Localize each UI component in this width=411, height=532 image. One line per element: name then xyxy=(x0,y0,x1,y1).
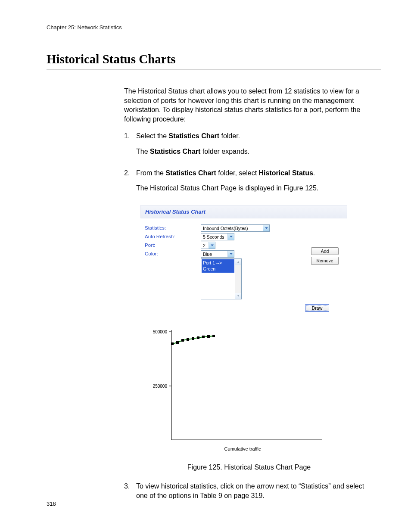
step-1: 1. Select the Statistics Chart folder. T… xyxy=(124,131,374,162)
chapter-header: Chapter 25: Network Statistics xyxy=(47,24,381,31)
step-3: 3. To view historical statistics, click … xyxy=(124,482,374,506)
intro-paragraph: The Historical Status chart allows you t… xyxy=(124,87,374,124)
label-statistics: Statistics: xyxy=(145,224,201,232)
color-select[interactable]: Blue xyxy=(201,250,234,258)
remove-button[interactable]: Remove xyxy=(311,257,339,264)
svg-rect-10 xyxy=(202,336,205,338)
svg-rect-12 xyxy=(212,335,215,337)
panel-title: Historical Status Chart xyxy=(145,208,206,215)
chevron-down-icon xyxy=(209,242,215,249)
statistics-select[interactable]: Inbound Octets(Bytes) xyxy=(201,224,270,232)
svg-rect-7 xyxy=(187,338,189,341)
ytick-500000: 500000 xyxy=(153,330,168,334)
port-color-listbox[interactable]: Port 1 --> Green ▴ ▾ xyxy=(201,258,242,299)
step-1-line-1: Select the Statistics Chart folder. xyxy=(136,131,374,141)
chevron-down-icon xyxy=(227,233,234,240)
scroll-down-icon[interactable]: ▾ xyxy=(235,293,241,299)
page-number: 318 xyxy=(47,501,56,507)
auto-refresh-select[interactable]: 5 Seconds xyxy=(201,233,234,240)
section-title: Historical Status Charts xyxy=(47,52,381,66)
step-3-text: To view historical statistics, click on … xyxy=(136,482,374,500)
add-button[interactable]: Add xyxy=(311,247,339,255)
label-port: Port: xyxy=(145,242,201,249)
chart-svg: 500000 250000 xyxy=(141,326,327,444)
step-number: 1. xyxy=(124,131,136,162)
statistics-value: Inbound Octets(Bytes) xyxy=(203,225,250,231)
chevron-down-icon xyxy=(263,225,269,231)
svg-rect-5 xyxy=(176,341,179,344)
listbox-item-selected[interactable]: Port 1 --> Green xyxy=(202,259,234,272)
step-2: 2. From the Statistics Chart folder, sel… xyxy=(124,168,374,199)
svg-rect-8 xyxy=(192,337,194,340)
draw-button[interactable]: Draw xyxy=(305,304,329,312)
svg-rect-4 xyxy=(171,342,174,345)
svg-rect-9 xyxy=(197,336,199,339)
svg-rect-11 xyxy=(207,335,210,338)
historical-status-chart: 500000 250000 xyxy=(141,326,327,452)
figure-caption: Figure 125. Historical Status Chart Page xyxy=(124,463,374,472)
historical-status-panel: Historical Status Chart Statistics: Inbo… xyxy=(140,205,347,317)
auto-refresh-value: 5 Seconds xyxy=(203,234,227,240)
svg-rect-6 xyxy=(181,339,184,342)
label-color: Color: xyxy=(145,250,201,258)
step-number: 3. xyxy=(124,482,136,506)
step-number: 2. xyxy=(124,168,136,199)
scroll-up-icon[interactable]: ▴ xyxy=(235,259,241,265)
chevron-down-icon xyxy=(227,251,234,257)
step-2-line-1: From the Statistics Chart folder, select… xyxy=(136,168,374,178)
step-2-line-2: The Historical Status Chart Page is disp… xyxy=(136,184,374,193)
chart-series-markers xyxy=(171,335,215,345)
ytick-250000: 250000 xyxy=(153,384,168,389)
port-select[interactable]: 2 xyxy=(201,242,215,249)
color-value: Blue xyxy=(203,251,215,257)
label-auto-refresh: Auto Refresh: xyxy=(145,233,201,240)
panel-header: Historical Status Chart xyxy=(140,205,347,219)
chart-xlabel: Cumulative traffic xyxy=(141,446,327,452)
listbox-scrollbar[interactable]: ▴ ▾ xyxy=(235,259,241,299)
port-value: 2 xyxy=(203,243,208,249)
step-1-line-2: The Statistics Chart folder expands. xyxy=(136,147,374,156)
section-rule xyxy=(47,69,381,69)
